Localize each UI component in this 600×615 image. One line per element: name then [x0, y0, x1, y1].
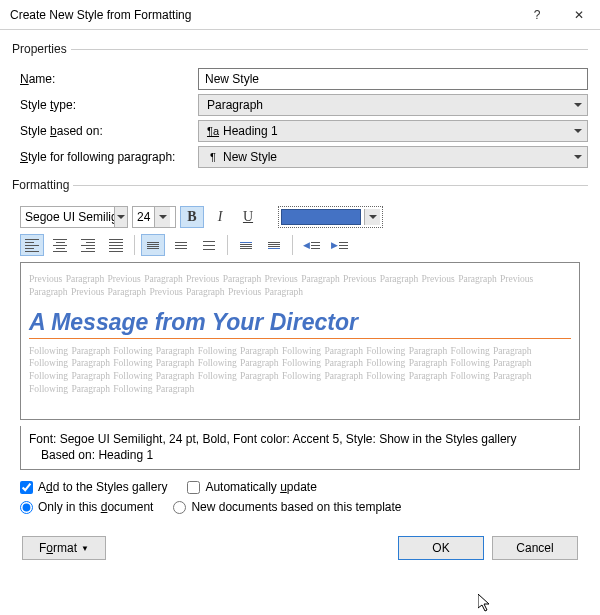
italic-icon: I [218, 209, 223, 225]
align-left-icon [23, 237, 41, 254]
chevron-down-icon [364, 209, 380, 225]
add-to-gallery-box[interactable] [20, 481, 33, 494]
cursor-icon [478, 594, 496, 612]
align-center-icon [51, 237, 69, 254]
style-type-value: Paragraph [205, 98, 569, 112]
titlebar: Create New Style from Formatting ? ✕ [0, 0, 600, 30]
italic-button[interactable]: I [208, 206, 232, 228]
space-before-inc-icon [240, 242, 252, 249]
underline-icon: U [243, 209, 253, 225]
chevron-down-icon: ▼ [81, 544, 89, 553]
only-this-doc-input[interactable] [20, 501, 33, 514]
align-right-icon [79, 237, 97, 254]
align-justify-button[interactable] [104, 234, 128, 256]
style-description: Font: Segoe UI Semilight, 24 pt, Bold, F… [20, 426, 580, 470]
heading-icon: ¶a [205, 125, 221, 137]
align-left-button[interactable] [20, 234, 44, 256]
help-icon: ? [534, 8, 541, 22]
close-button[interactable]: ✕ [558, 0, 600, 30]
line-spacing-double-button[interactable] [197, 234, 221, 256]
preview-previous-text: Previous Paragraph Previous Paragraph Pr… [29, 273, 571, 299]
following-style-combo[interactable]: ¶ New Style [198, 146, 588, 168]
auto-update-checkbox[interactable]: Automatically update [187, 480, 316, 494]
based-on-combo[interactable]: ¶a Heading 1 [198, 120, 588, 142]
separator [134, 235, 135, 255]
bold-icon: B [187, 209, 196, 225]
style-type-combo[interactable]: Paragraph [198, 94, 588, 116]
chevron-down-icon [569, 121, 587, 141]
font-name-value: Segoe UI Semilight [21, 210, 114, 224]
font-size-value: 24 [133, 210, 154, 224]
align-justify-icon [107, 237, 125, 254]
close-icon: ✕ [574, 8, 584, 22]
space-before-inc-button[interactable] [234, 234, 258, 256]
based-on-value: Heading 1 [221, 124, 569, 138]
add-to-gallery-checkbox[interactable]: Add to the Styles gallery [20, 480, 167, 494]
cancel-button[interactable]: Cancel [492, 536, 578, 560]
space-before-dec-icon [268, 242, 280, 249]
description-line1: Font: Segoe UI Semilight, 24 pt, Bold, F… [29, 432, 571, 448]
increase-indent-icon: ▶ [331, 240, 348, 250]
formatting-group: Formatting Segoe UI Semilight 24 B I U [12, 178, 588, 524]
separator [292, 235, 293, 255]
following-style-label: Style for following paragraph: [12, 150, 192, 164]
formatting-legend: Formatting [12, 178, 73, 192]
font-size-combo[interactable]: 24 [132, 206, 176, 228]
paragraph-icon: ¶ [205, 151, 221, 163]
chevron-down-icon [114, 207, 127, 227]
underline-button[interactable]: U [236, 206, 260, 228]
decrease-indent-button[interactable]: ◀ [299, 234, 323, 256]
preview-rule [29, 338, 571, 339]
button-bar: Format ▼ OK Cancel [12, 530, 588, 568]
name-input[interactable] [198, 68, 588, 90]
chevron-down-icon [569, 95, 587, 115]
dialog-title: Create New Style from Formatting [10, 8, 516, 22]
chevron-down-icon [154, 207, 170, 227]
color-swatch-icon [281, 209, 361, 225]
only-this-doc-radio[interactable]: Only in this document [20, 500, 153, 514]
ok-button[interactable]: OK [398, 536, 484, 560]
space-before-dec-button[interactable] [262, 234, 286, 256]
preview-following-text: Following Paragraph Following Paragraph … [29, 345, 571, 396]
auto-update-box[interactable] [187, 481, 200, 494]
properties-group: Properties Name: Style type: Paragraph S… [12, 42, 588, 172]
name-label: Name: [12, 72, 192, 86]
description-line2: Based on: Heading 1 [29, 448, 571, 464]
chevron-down-icon [569, 147, 587, 167]
line-spacing-mid-icon [175, 242, 187, 249]
align-center-button[interactable] [48, 234, 72, 256]
format-button[interactable]: Format ▼ [22, 536, 106, 560]
style-type-label: Style type: [12, 98, 192, 112]
dialog-body: Properties Name: Style type: Paragraph S… [0, 30, 600, 578]
line-spacing-single-button[interactable] [141, 234, 165, 256]
svg-marker-0 [478, 594, 489, 611]
based-on-label: Style based on: [12, 124, 192, 138]
separator [227, 235, 228, 255]
font-color-combo[interactable] [278, 206, 383, 228]
line-spacing-double-icon [203, 241, 215, 250]
properties-legend: Properties [12, 42, 71, 56]
decrease-indent-icon: ◀ [303, 240, 320, 250]
following-style-value: New Style [221, 150, 569, 164]
increase-indent-button[interactable]: ▶ [327, 234, 351, 256]
font-name-combo[interactable]: Segoe UI Semilight [20, 206, 128, 228]
new-docs-template-radio[interactable]: New documents based on this template [173, 500, 401, 514]
bold-button[interactable]: B [180, 206, 204, 228]
help-button[interactable]: ? [516, 0, 558, 30]
preview-pane: Previous Paragraph Previous Paragraph Pr… [20, 262, 580, 420]
line-spacing-single-icon [147, 242, 159, 249]
line-spacing-mid-button[interactable] [169, 234, 193, 256]
preview-sample-text: A Message from Your Director [29, 309, 571, 336]
new-docs-template-input[interactable] [173, 501, 186, 514]
align-right-button[interactable] [76, 234, 100, 256]
